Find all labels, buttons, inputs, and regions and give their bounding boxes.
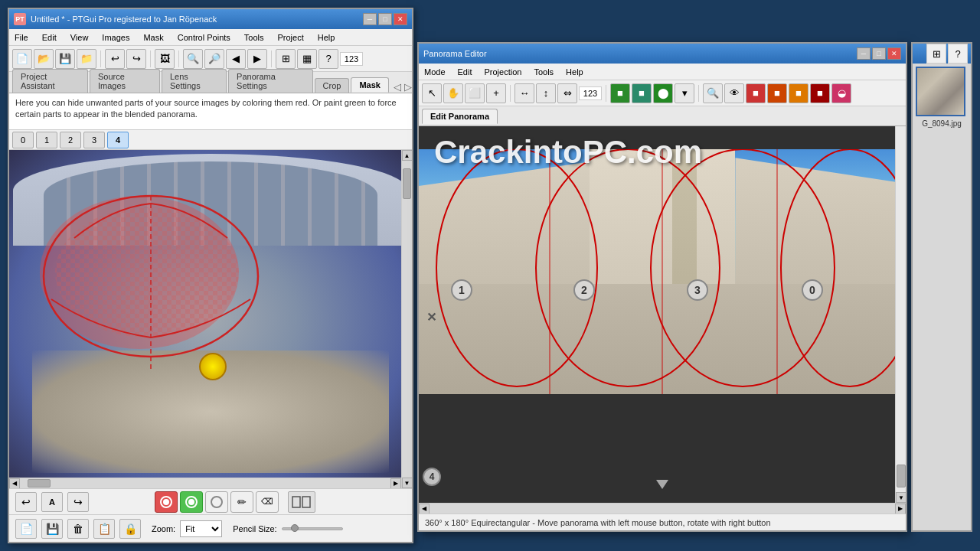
pano-scrollbar-v[interactable]: ▼ [895, 126, 906, 503]
add-images-button[interactable]: 🖼 [155, 49, 175, 69]
mask-canvas-area[interactable]: ▲ ▼ ◀ ▶ [9, 150, 412, 488]
pano-menu-projection[interactable]: Projection [482, 67, 524, 77]
vertical-scrollbar[interactable]: ▲ ▼ [401, 150, 412, 488]
menu-images[interactable]: Images [100, 32, 132, 43]
pano-red2-btn[interactable]: ■ [767, 83, 787, 103]
image-thumbnail[interactable] [916, 67, 965, 116]
tab-source-images[interactable]: Source Images [90, 69, 160, 93]
scroll-thumb-v[interactable] [403, 168, 411, 199]
image-tab-3[interactable]: 3 [83, 132, 105, 148]
menu-tools[interactable]: Tools [242, 32, 266, 43]
copy-button[interactable]: 📋 [93, 519, 115, 539]
menu-help[interactable]: Help [315, 32, 338, 43]
pano-menu-tools[interactable]: Tools [531, 67, 556, 77]
redo-button[interactable]: ↪ [126, 49, 146, 69]
close-x-marker[interactable]: ✕ [426, 310, 436, 324]
pano-cursor-button[interactable]: ↖ [422, 83, 442, 103]
menu-edit[interactable]: Edit [40, 32, 59, 43]
undo-button[interactable]: ↩ [105, 49, 125, 69]
pano-menu-edit[interactable]: Edit [456, 67, 475, 77]
help-icon-button[interactable]: ? [318, 49, 338, 69]
scroll-right-arrow[interactable]: ▶ [390, 478, 401, 489]
rect-select-button[interactable] [288, 491, 315, 513]
grid-button[interactable]: ▦ [297, 49, 317, 69]
pano-teal-btn[interactable]: ■ [632, 83, 652, 103]
menu-project[interactable]: Project [276, 32, 306, 43]
pano-scroll-left[interactable]: ◀ [419, 504, 430, 514]
pano-dropdown-btn[interactable]: ▾ [675, 83, 694, 103]
table-view-button[interactable]: ⊞ [276, 49, 296, 69]
tab-panorama-settings[interactable]: Panorama Settings [228, 69, 313, 93]
pano-scroll-right[interactable]: ▶ [895, 504, 906, 514]
scroll-track-v[interactable] [402, 161, 412, 478]
prev-button[interactable]: ◀ [226, 49, 246, 69]
pano-menu-mode[interactable]: Mode [422, 67, 448, 77]
new-file-button[interactable]: 📄 [15, 519, 37, 539]
green-paint-button[interactable] [180, 491, 203, 513]
lock-button[interactable]: 🔒 [119, 519, 141, 539]
image-tab-0[interactable]: 0 [12, 132, 34, 148]
redo-tool-button[interactable]: ↪ [67, 492, 89, 512]
pencil-size-slider[interactable] [282, 523, 343, 534]
pano-darkred-btn[interactable]: ■ [810, 83, 830, 103]
scroll-down-arrow[interactable]: ▼ [402, 478, 413, 488]
maximize-button[interactable]: □ [378, 13, 392, 25]
tab-crop[interactable]: Crop [315, 78, 350, 93]
erase-tool-button[interactable]: ⌫ [256, 491, 279, 513]
scroll-track-h[interactable] [20, 478, 390, 488]
white-paint-button[interactable] [205, 491, 228, 513]
pano-menu-help[interactable]: Help [564, 67, 586, 77]
next-button[interactable]: ▶ [247, 49, 267, 69]
pano-red1-btn[interactable]: ■ [746, 83, 766, 103]
tab-edit-panorama[interactable]: Edit Panorama [422, 109, 498, 124]
save-button[interactable]: 💾 [55, 49, 75, 69]
menu-file[interactable]: File [12, 32, 31, 43]
tab-project-assistant[interactable]: Project Assistant [12, 69, 88, 93]
close-button[interactable]: ✕ [394, 13, 407, 25]
menu-view[interactable]: View [68, 32, 91, 43]
mask-canvas[interactable] [9, 150, 412, 488]
pano-align-v-button[interactable]: ↕ [536, 83, 556, 103]
image-tab-4[interactable]: 4 [107, 132, 129, 148]
pano-crop-button[interactable]: ⬜ [465, 83, 485, 103]
tab-lens-settings[interactable]: Lens Settings [162, 69, 227, 93]
pano-zoom-in-btn[interactable]: 🔍 [703, 83, 723, 103]
scroll-up-arrow[interactable]: ▲ [402, 150, 413, 161]
pano-align-both-button[interactable]: ⇔ [557, 83, 577, 103]
menu-control-points[interactable]: Control Points [175, 32, 233, 43]
zoom-select[interactable]: Fit 25% 50% 100% 200% [180, 520, 222, 537]
pano-add-button[interactable]: + [486, 83, 506, 103]
panorama-canvas[interactable]: CrackintoPC.com [419, 126, 906, 503]
right-panel-btn2[interactable]: ? [948, 44, 968, 64]
pano-pan-button[interactable]: ✋ [443, 83, 463, 103]
text-tool-button[interactable]: A [41, 492, 63, 512]
pano-scroll-track-h[interactable] [430, 504, 895, 514]
right-panel-btn1[interactable]: ⊞ [926, 44, 946, 64]
pano-close-button[interactable]: ✕ [887, 47, 901, 60]
menu-mask[interactable]: Mask [141, 32, 165, 43]
open-button[interactable]: 📂 [34, 49, 54, 69]
horizontal-scrollbar[interactable]: ◀ ▶ [9, 478, 401, 488]
image-tab-1[interactable]: 1 [36, 132, 57, 148]
zoom-out-button[interactable]: 🔎 [204, 49, 224, 69]
pano-scroll-down[interactable]: ▼ [896, 492, 906, 503]
image-tab-2[interactable]: 2 [60, 132, 81, 148]
pano-scroll-thumb-v[interactable] [897, 465, 906, 487]
pano-orange-btn[interactable]: ■ [789, 83, 808, 103]
red-paint-button[interactable] [155, 491, 178, 513]
scroll-thumb-h[interactable] [28, 479, 51, 487]
pano-green-btn[interactable]: ■ [610, 83, 630, 103]
slider-thumb[interactable] [291, 524, 299, 532]
tab-arrow-left[interactable]: ◁ [394, 81, 401, 93]
zoom-in-button[interactable]: 🔍 [183, 49, 203, 69]
undo-tool-button[interactable]: ↩ [15, 492, 37, 512]
minimize-button[interactable]: ─ [363, 13, 377, 25]
pano-circle-btn[interactable]: ⬤ [653, 83, 673, 103]
pano-maximize-button[interactable]: □ [872, 47, 886, 60]
pano-minimize-button[interactable]: ─ [857, 47, 871, 60]
pencil-tool-button[interactable]: ✏ [230, 491, 253, 513]
delete-file-button[interactable]: 🗑 [67, 519, 89, 539]
save-as-button[interactable]: 📁 [77, 49, 96, 69]
new-button[interactable]: 📄 [12, 49, 32, 69]
pano-eye-btn[interactable]: 👁 [724, 83, 744, 103]
